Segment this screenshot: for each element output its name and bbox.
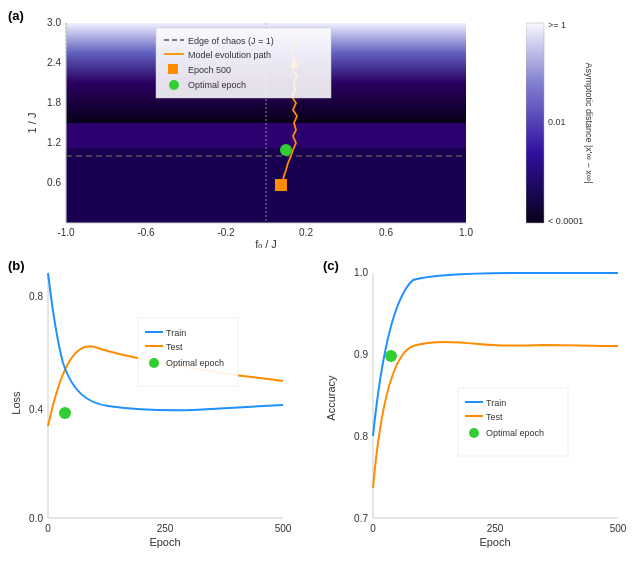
xtick-4: 0.6 <box>379 227 393 238</box>
ytick-4: 3.0 <box>47 18 61 28</box>
b-legend-box <box>138 318 238 386</box>
panel-c-svg: 0.7 0.8 0.9 1.0 Accuracy 0 250 500 Epoch… <box>323 258 633 558</box>
ytick-3: 2.4 <box>47 57 61 68</box>
b-ytick-0: 0.0 <box>29 513 43 524</box>
main-container: (a) <box>0 0 640 573</box>
legend-optimal-marker <box>169 80 179 90</box>
legend-epoch500-marker <box>168 64 178 74</box>
c-legend-box <box>458 388 568 456</box>
panel-b-svg: 0.0 0.4 0.8 Loss 0 250 500 Epoch Train T… <box>8 258 308 558</box>
c-xtick-1: 250 <box>487 523 504 534</box>
c-legend-optimal-dot <box>469 428 479 438</box>
optimal-epoch-marker-a <box>280 144 292 156</box>
ytick-0: 0.6 <box>47 177 61 188</box>
c-ytick-3: 1.0 <box>354 267 368 278</box>
colorbar-svg: >= 1 0.01 < 0.0001 Asymptotic distance |… <box>526 18 596 248</box>
c-xtick-0: 0 <box>370 523 376 534</box>
c-xlabel: Epoch <box>479 536 510 548</box>
c-ylabel: Accuracy <box>325 375 337 421</box>
legend-path-text: Model evolution path <box>188 50 271 60</box>
b-legend-test: Test <box>166 342 183 352</box>
panel-a-svg: -1.0 -0.6 -0.2 0.2 0.6 1.0 f₀ / J 0.6 1.… <box>26 18 526 248</box>
b-ytick-2: 0.8 <box>29 291 43 302</box>
xtick-0: -1.0 <box>57 227 75 238</box>
b-legend-optimal-dot <box>149 358 159 368</box>
legend-edge-text: Edge of chaos (J = 1) <box>188 36 274 46</box>
cb-label-mid: 0.01 <box>548 117 566 127</box>
c-legend-train: Train <box>486 398 506 408</box>
c-legend-optimal: Optimal epoch <box>486 428 544 438</box>
b-legend-optimal: Optimal epoch <box>166 358 224 368</box>
epoch-500-marker <box>275 179 287 191</box>
b-legend-train: Train <box>166 328 186 338</box>
xtick-2: -0.2 <box>217 227 235 238</box>
ytick-1: 1.2 <box>47 137 61 148</box>
b-xtick-2: 500 <box>275 523 292 534</box>
cb-label-bot: < 0.0001 <box>548 216 583 226</box>
xtick-3: 0.2 <box>299 227 313 238</box>
legend-epoch500-text: Epoch 500 <box>188 65 231 75</box>
b-xtick-0: 0 <box>45 523 51 534</box>
panel-a: -1.0 -0.6 -0.2 0.2 0.6 1.0 f₀ / J 0.6 1.… <box>8 8 588 248</box>
ytick-2: 1.8 <box>47 97 61 108</box>
b-ylabel: Loss <box>10 391 22 415</box>
b-optimal-marker <box>59 407 71 419</box>
b-ytick-1: 0.4 <box>29 404 43 415</box>
c-legend-test: Test <box>486 412 503 422</box>
xtick-5: 1.0 <box>459 227 473 238</box>
colorbar-title: Asymptotic distance |x'∞ − x∞| <box>584 62 594 183</box>
c-ytick-1: 0.8 <box>354 431 368 442</box>
c-ytick-2: 0.9 <box>354 349 368 360</box>
colorbar-rect <box>526 23 544 223</box>
xtick-1: -0.6 <box>137 227 155 238</box>
panel-a-ylabel: 1 / J <box>26 113 38 134</box>
c-optimal-marker <box>385 350 397 362</box>
c-ytick-0: 0.7 <box>354 513 368 524</box>
cb-label-top: >= 1 <box>548 20 566 30</box>
b-xlabel: Epoch <box>149 536 180 548</box>
c-xtick-2: 500 <box>610 523 627 534</box>
b-xtick-1: 250 <box>157 523 174 534</box>
legend-optimal-text: Optimal epoch <box>188 80 246 90</box>
panel-a-xlabel: f₀ / J <box>255 238 277 248</box>
